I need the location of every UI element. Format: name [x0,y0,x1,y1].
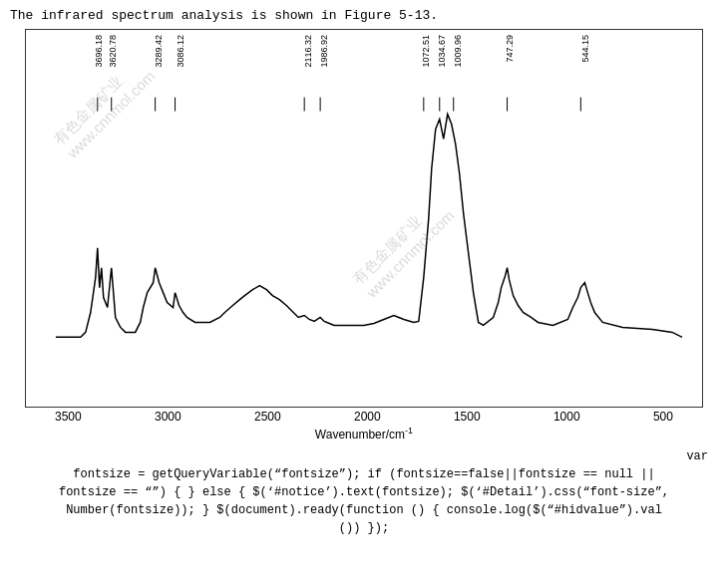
code-block: fontsize = getQueryVariable(“fontsize”);… [10,465,718,537]
x-label-3000: 3000 [155,410,182,424]
x-label-2500: 2500 [254,410,281,424]
x-label-3500: 3500 [55,410,82,424]
x-label-500: 500 [653,410,673,424]
code-line-3: Number(fontsize)); } $(document).ready(f… [30,501,698,519]
chart-svg [26,30,702,407]
x-label-2000: 2000 [354,410,381,424]
x-label-1500: 1500 [454,410,481,424]
x-axis-labels: 3500 3000 2500 2000 1500 1000 500 [25,408,703,424]
x-axis-title: Wavenumber/cm-1 [25,426,703,441]
intro-text: The infrared spectrum analysis is shown … [10,8,718,23]
code-line-4: ()) }); [30,519,698,537]
code-line-2: fontsize == “”) { } else { $(‘#notice’).… [30,483,698,501]
code-line-1: fontsize = getQueryVariable(“fontsize”);… [30,465,698,483]
x-axis-area: 3500 3000 2500 2000 1500 1000 500 Wavenu… [25,408,703,447]
x-axis-title-text: Wavenumber/cm [315,428,405,441]
var-label: var [10,449,718,463]
chart-container: 有色金属矿业www.cnnmol.com 有色金属矿业www.cnnmol.co… [25,29,703,408]
page-container: The infrared spectrum analysis is shown … [0,0,728,588]
x-axis-sup: -1 [405,426,413,436]
x-label-1000: 1000 [553,410,580,424]
